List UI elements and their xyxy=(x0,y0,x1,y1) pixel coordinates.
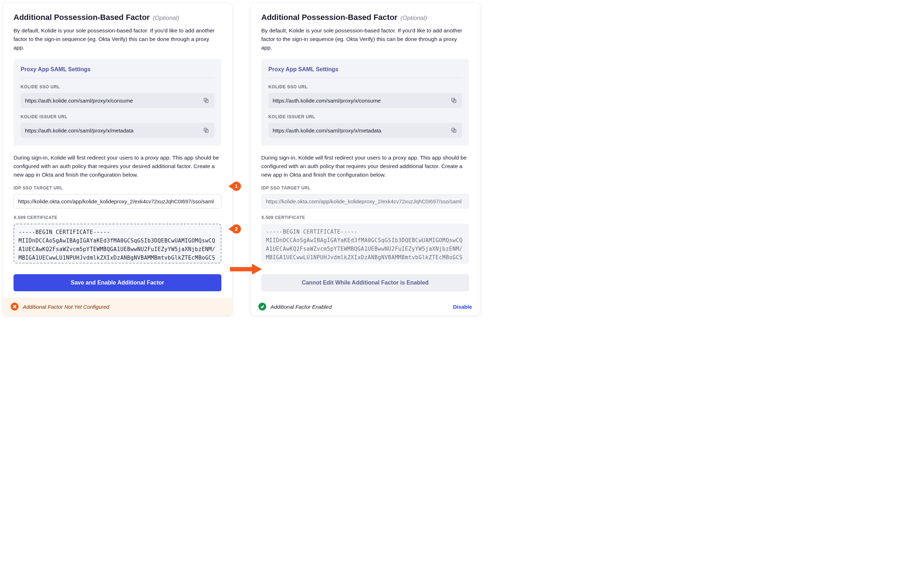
proxy-instructions: During sign-in, Kolide will first redire… xyxy=(13,154,221,179)
proxy-instructions: During sign-in, Kolide will first redire… xyxy=(261,154,469,179)
proxy-saml-panel: Proxy App SAML Settings KOLIDE SSO URL h… xyxy=(13,59,221,146)
issuer-url-value: https://auth.kolide.com/saml/proxy/x/met… xyxy=(25,128,202,134)
idp-target-label: IDP SSO TARGET URL xyxy=(261,185,469,190)
issuer-url-row: https://auth.kolide.com/saml/proxy/x/met… xyxy=(268,123,462,138)
cert-label: X.509 CERTIFICATE xyxy=(13,215,221,220)
x-icon xyxy=(11,303,18,311)
config-card-editable: Additional Possession-Based Factor (Opti… xyxy=(3,3,232,316)
optional-tag: (Optional) xyxy=(400,15,427,21)
idp-target-input[interactable] xyxy=(13,194,221,209)
panel-title: Proxy App SAML Settings xyxy=(268,66,462,78)
cert-label: X.509 CERTIFICATE xyxy=(261,215,469,220)
status-text: Additional Factor Enabled xyxy=(271,304,332,310)
check-icon xyxy=(258,303,266,311)
copy-icon[interactable] xyxy=(202,96,210,104)
idp-target-input-readonly xyxy=(261,194,469,209)
copy-icon[interactable] xyxy=(202,126,210,134)
status-footer-ok: Additional Factor Enabled Disable xyxy=(251,298,480,316)
issuer-url-value: https://auth.kolide.com/saml/proxy/x/met… xyxy=(273,128,450,134)
cert-textarea[interactable] xyxy=(13,224,221,263)
section-title: Additional Possession-Based Factor xyxy=(13,13,150,22)
cert-textarea-readonly xyxy=(261,224,469,263)
panel-title: Proxy App SAML Settings xyxy=(21,66,214,78)
idp-target-label: IDP SSO TARGET URL xyxy=(13,185,221,190)
disable-link[interactable]: Disable xyxy=(453,304,472,310)
status-text: Additional Factor Not Yet Configured xyxy=(23,304,109,310)
annotation-badge-2: 2 xyxy=(232,224,241,234)
save-enable-button[interactable]: Save and Enable Additional Factor xyxy=(13,274,221,291)
copy-icon[interactable] xyxy=(450,96,458,104)
section-description: By default, Kolide is your sole possessi… xyxy=(13,26,221,52)
annotation-badge-1: 1 xyxy=(232,182,241,191)
sso-url-label: KOLIDE SSO URL xyxy=(268,84,462,89)
section-description: By default, Kolide is your sole possessi… xyxy=(261,26,469,52)
config-card-locked: Additional Possession-Based Factor (Opti… xyxy=(251,3,480,316)
issuer-url-label: KOLIDE ISSUER URL xyxy=(21,114,214,119)
sso-url-row: https://auth.kolide.com/saml/proxy/x/con… xyxy=(268,93,462,108)
sso-url-label: KOLIDE SSO URL xyxy=(21,84,214,89)
sso-url-row: https://auth.kolide.com/saml/proxy/x/con… xyxy=(21,93,214,108)
status-footer-warn: Additional Factor Not Yet Configured xyxy=(3,298,232,316)
proxy-saml-panel: Proxy App SAML Settings KOLIDE SSO URL h… xyxy=(261,59,469,146)
copy-icon[interactable] xyxy=(450,126,458,134)
arrow-icon xyxy=(230,263,263,275)
sso-url-value: https://auth.kolide.com/saml/proxy/x/con… xyxy=(25,98,202,104)
section-title: Additional Possession-Based Factor xyxy=(261,13,398,22)
disabled-edit-button: Cannot Edit While Additional Factor is E… xyxy=(261,274,469,291)
issuer-url-row: https://auth.kolide.com/saml/proxy/x/met… xyxy=(21,123,214,138)
optional-tag: (Optional) xyxy=(153,15,180,21)
sso-url-value: https://auth.kolide.com/saml/proxy/x/con… xyxy=(273,98,450,104)
issuer-url-label: KOLIDE ISSUER URL xyxy=(268,114,462,119)
